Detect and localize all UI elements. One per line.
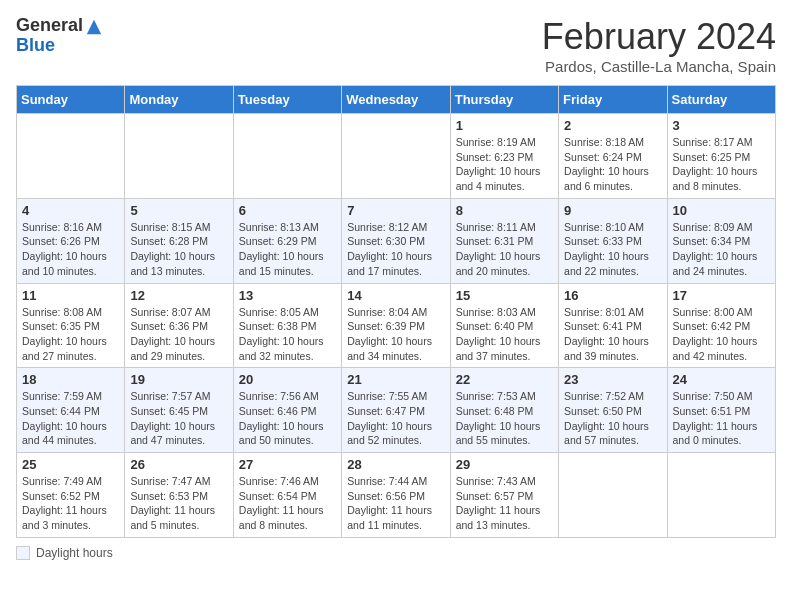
day-info: Sunrise: 7:59 AM Sunset: 6:44 PM Dayligh…	[22, 389, 119, 448]
day-info: Sunrise: 7:47 AM Sunset: 6:53 PM Dayligh…	[130, 474, 227, 533]
day-info: Sunrise: 8:03 AM Sunset: 6:40 PM Dayligh…	[456, 305, 553, 364]
col-header-wednesday: Wednesday	[342, 86, 450, 114]
col-header-tuesday: Tuesday	[233, 86, 341, 114]
day-number: 1	[456, 118, 553, 133]
day-info: Sunrise: 7:43 AM Sunset: 6:57 PM Dayligh…	[456, 474, 553, 533]
day-info: Sunrise: 7:50 AM Sunset: 6:51 PM Dayligh…	[673, 389, 770, 448]
calendar-cell: 25Sunrise: 7:49 AM Sunset: 6:52 PM Dayli…	[17, 453, 125, 538]
day-info: Sunrise: 8:18 AM Sunset: 6:24 PM Dayligh…	[564, 135, 661, 194]
logo-general: General	[16, 16, 83, 36]
day-info: Sunrise: 7:55 AM Sunset: 6:47 PM Dayligh…	[347, 389, 444, 448]
day-number: 28	[347, 457, 444, 472]
day-info: Sunrise: 8:05 AM Sunset: 6:38 PM Dayligh…	[239, 305, 336, 364]
day-info: Sunrise: 8:01 AM Sunset: 6:41 PM Dayligh…	[564, 305, 661, 364]
day-number: 8	[456, 203, 553, 218]
calendar-cell	[17, 114, 125, 199]
col-header-saturday: Saturday	[667, 86, 775, 114]
calendar-week-4: 18Sunrise: 7:59 AM Sunset: 6:44 PM Dayli…	[17, 368, 776, 453]
day-number: 7	[347, 203, 444, 218]
calendar-cell: 8Sunrise: 8:11 AM Sunset: 6:31 PM Daylig…	[450, 198, 558, 283]
day-number: 12	[130, 288, 227, 303]
day-info: Sunrise: 8:11 AM Sunset: 6:31 PM Dayligh…	[456, 220, 553, 279]
day-number: 27	[239, 457, 336, 472]
col-header-monday: Monday	[125, 86, 233, 114]
day-info: Sunrise: 8:00 AM Sunset: 6:42 PM Dayligh…	[673, 305, 770, 364]
day-info: Sunrise: 8:13 AM Sunset: 6:29 PM Dayligh…	[239, 220, 336, 279]
calendar-cell: 10Sunrise: 8:09 AM Sunset: 6:34 PM Dayli…	[667, 198, 775, 283]
calendar-body: 1Sunrise: 8:19 AM Sunset: 6:23 PM Daylig…	[17, 114, 776, 538]
day-number: 9	[564, 203, 661, 218]
day-info: Sunrise: 8:19 AM Sunset: 6:23 PM Dayligh…	[456, 135, 553, 194]
day-info: Sunrise: 8:16 AM Sunset: 6:26 PM Dayligh…	[22, 220, 119, 279]
day-number: 14	[347, 288, 444, 303]
calendar-cell	[667, 453, 775, 538]
day-info: Sunrise: 7:52 AM Sunset: 6:50 PM Dayligh…	[564, 389, 661, 448]
logo: General Blue	[16, 16, 103, 56]
logo-text: General Blue	[16, 16, 103, 56]
day-info: Sunrise: 7:57 AM Sunset: 6:45 PM Dayligh…	[130, 389, 227, 448]
legend-text: Daylight hours	[36, 546, 113, 560]
page-header: General Blue February 2024 Pardos, Casti…	[16, 16, 776, 75]
calendar-cell: 9Sunrise: 8:10 AM Sunset: 6:33 PM Daylig…	[559, 198, 667, 283]
calendar-cell: 13Sunrise: 8:05 AM Sunset: 6:38 PM Dayli…	[233, 283, 341, 368]
day-number: 6	[239, 203, 336, 218]
calendar-cell: 4Sunrise: 8:16 AM Sunset: 6:26 PM Daylig…	[17, 198, 125, 283]
calendar-cell: 26Sunrise: 7:47 AM Sunset: 6:53 PM Dayli…	[125, 453, 233, 538]
day-info: Sunrise: 8:17 AM Sunset: 6:25 PM Dayligh…	[673, 135, 770, 194]
calendar-cell	[233, 114, 341, 199]
day-number: 23	[564, 372, 661, 387]
day-number: 11	[22, 288, 119, 303]
day-number: 20	[239, 372, 336, 387]
calendar-cell	[559, 453, 667, 538]
day-number: 15	[456, 288, 553, 303]
day-info: Sunrise: 8:09 AM Sunset: 6:34 PM Dayligh…	[673, 220, 770, 279]
calendar-cell: 2Sunrise: 8:18 AM Sunset: 6:24 PM Daylig…	[559, 114, 667, 199]
day-number: 16	[564, 288, 661, 303]
calendar-cell: 5Sunrise: 8:15 AM Sunset: 6:28 PM Daylig…	[125, 198, 233, 283]
calendar-cell: 12Sunrise: 8:07 AM Sunset: 6:36 PM Dayli…	[125, 283, 233, 368]
calendar-week-1: 1Sunrise: 8:19 AM Sunset: 6:23 PM Daylig…	[17, 114, 776, 199]
col-header-friday: Friday	[559, 86, 667, 114]
day-info: Sunrise: 8:12 AM Sunset: 6:30 PM Dayligh…	[347, 220, 444, 279]
calendar-cell: 6Sunrise: 8:13 AM Sunset: 6:29 PM Daylig…	[233, 198, 341, 283]
calendar-cell	[125, 114, 233, 199]
calendar-cell: 28Sunrise: 7:44 AM Sunset: 6:56 PM Dayli…	[342, 453, 450, 538]
col-header-sunday: Sunday	[17, 86, 125, 114]
calendar-cell: 17Sunrise: 8:00 AM Sunset: 6:42 PM Dayli…	[667, 283, 775, 368]
day-number: 17	[673, 288, 770, 303]
day-number: 13	[239, 288, 336, 303]
day-number: 18	[22, 372, 119, 387]
calendar-cell: 19Sunrise: 7:57 AM Sunset: 6:45 PM Dayli…	[125, 368, 233, 453]
day-number: 22	[456, 372, 553, 387]
location-subtitle: Pardos, Castille-La Mancha, Spain	[542, 58, 776, 75]
calendar-cell: 15Sunrise: 8:03 AM Sunset: 6:40 PM Dayli…	[450, 283, 558, 368]
day-number: 24	[673, 372, 770, 387]
day-info: Sunrise: 7:53 AM Sunset: 6:48 PM Dayligh…	[456, 389, 553, 448]
month-title: February 2024	[542, 16, 776, 58]
day-number: 26	[130, 457, 227, 472]
day-number: 21	[347, 372, 444, 387]
calendar-cell: 1Sunrise: 8:19 AM Sunset: 6:23 PM Daylig…	[450, 114, 558, 199]
day-info: Sunrise: 8:04 AM Sunset: 6:39 PM Dayligh…	[347, 305, 444, 364]
day-number: 25	[22, 457, 119, 472]
day-info: Sunrise: 8:10 AM Sunset: 6:33 PM Dayligh…	[564, 220, 661, 279]
day-info: Sunrise: 8:08 AM Sunset: 6:35 PM Dayligh…	[22, 305, 119, 364]
svg-marker-0	[87, 20, 101, 34]
day-info: Sunrise: 8:15 AM Sunset: 6:28 PM Dayligh…	[130, 220, 227, 279]
calendar-table: SundayMondayTuesdayWednesdayThursdayFrid…	[16, 85, 776, 538]
calendar-cell: 23Sunrise: 7:52 AM Sunset: 6:50 PM Dayli…	[559, 368, 667, 453]
calendar-cell: 14Sunrise: 8:04 AM Sunset: 6:39 PM Dayli…	[342, 283, 450, 368]
day-info: Sunrise: 7:49 AM Sunset: 6:52 PM Dayligh…	[22, 474, 119, 533]
day-number: 3	[673, 118, 770, 133]
day-info: Sunrise: 7:44 AM Sunset: 6:56 PM Dayligh…	[347, 474, 444, 533]
day-number: 19	[130, 372, 227, 387]
day-number: 2	[564, 118, 661, 133]
calendar-week-3: 11Sunrise: 8:08 AM Sunset: 6:35 PM Dayli…	[17, 283, 776, 368]
calendar-week-5: 25Sunrise: 7:49 AM Sunset: 6:52 PM Dayli…	[17, 453, 776, 538]
calendar-cell: 21Sunrise: 7:55 AM Sunset: 6:47 PM Dayli…	[342, 368, 450, 453]
day-number: 29	[456, 457, 553, 472]
calendar-cell: 20Sunrise: 7:56 AM Sunset: 6:46 PM Dayli…	[233, 368, 341, 453]
day-info: Sunrise: 8:07 AM Sunset: 6:36 PM Dayligh…	[130, 305, 227, 364]
calendar-cell	[342, 114, 450, 199]
calendar-week-2: 4Sunrise: 8:16 AM Sunset: 6:26 PM Daylig…	[17, 198, 776, 283]
